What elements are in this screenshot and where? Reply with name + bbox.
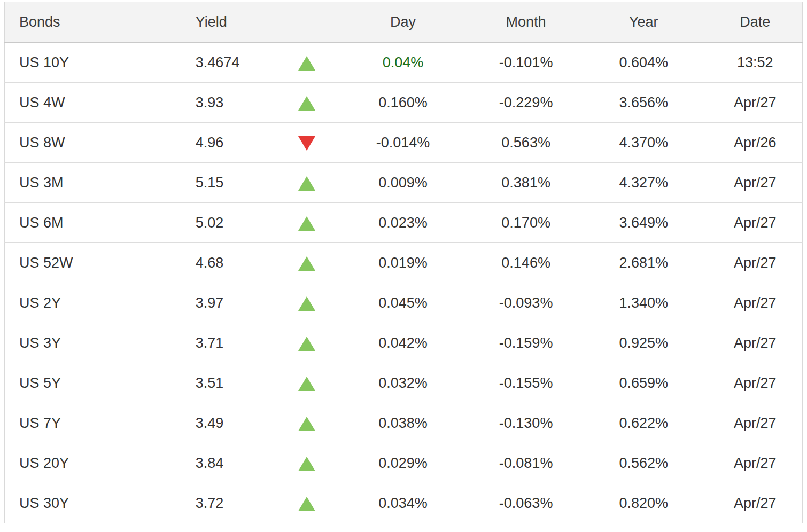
column-header-month: Month: [472, 2, 579, 43]
month-change-cell: 0.146%: [472, 243, 579, 283]
month-change-cell: -0.155%: [472, 363, 579, 403]
direction-cell: [280, 363, 333, 403]
year-change-cell: 3.656%: [579, 83, 708, 123]
table-row[interactable]: US 10Y 3.4674 0.04% -0.101% 0.604% 13:52: [5, 43, 803, 83]
yield-cell: 3.51: [181, 363, 280, 403]
direction-cell: [280, 83, 333, 123]
month-change-cell: 0.381%: [472, 163, 579, 203]
yield-cell: 5.15: [181, 163, 280, 203]
bond-name-cell: US 3Y: [5, 323, 181, 363]
up-triangle-icon: [298, 417, 315, 431]
table-row[interactable]: US 3Y 3.71 0.042% -0.159% 0.925% Apr/27: [5, 323, 803, 363]
month-change-cell: -0.101%: [472, 43, 579, 83]
month-change-cell: -0.063%: [472, 483, 579, 523]
up-triangle-icon: [298, 96, 315, 111]
day-change-cell: -0.014%: [333, 123, 472, 163]
year-change-cell: 4.370%: [579, 123, 708, 163]
bonds-table-container: Bonds Yield Day Month Year Date US 10Y 3…: [4, 2, 803, 523]
year-change-cell: 0.562%: [579, 443, 708, 483]
bond-name-cell: US 6M: [5, 203, 181, 243]
bond-name-cell: US 4W: [5, 83, 181, 123]
day-change-cell: 0.038%: [333, 403, 472, 443]
table-row[interactable]: US 6M 5.02 0.023% 0.170% 3.649% Apr/27: [5, 203, 803, 243]
table-row[interactable]: US 3M 5.15 0.009% 0.381% 4.327% Apr/27: [5, 163, 803, 203]
month-change-cell: -0.081%: [472, 443, 579, 483]
column-header-date: Date: [708, 2, 802, 43]
header-row: Bonds Yield Day Month Year Date: [5, 2, 803, 43]
yield-cell: 3.93: [181, 83, 280, 123]
column-header-year: Year: [579, 2, 708, 43]
yield-cell: 3.72: [181, 483, 280, 523]
yield-cell: 4.96: [181, 123, 280, 163]
direction-cell: [280, 163, 333, 203]
up-triangle-icon: [298, 176, 315, 191]
yield-cell: 5.02: [181, 203, 280, 243]
date-cell: Apr/27: [708, 203, 802, 243]
bond-name-cell: US 20Y: [5, 443, 181, 483]
date-cell: Apr/27: [708, 443, 802, 483]
day-change-cell: 0.019%: [333, 243, 472, 283]
year-change-cell: 3.649%: [579, 203, 708, 243]
direction-cell: [280, 443, 333, 483]
day-change-cell: 0.04%: [333, 43, 472, 83]
year-change-cell: 2.681%: [579, 243, 708, 283]
direction-cell: [280, 283, 333, 323]
date-cell: Apr/27: [708, 163, 802, 203]
down-triangle-icon: [298, 136, 315, 151]
yield-cell: 3.4674: [181, 43, 280, 83]
yield-cell: 4.68: [181, 243, 280, 283]
day-change-cell: 0.032%: [333, 363, 472, 403]
yield-cell: 3.97: [181, 283, 280, 323]
bond-name-cell: US 30Y: [5, 483, 181, 523]
bond-name-cell: US 52W: [5, 243, 181, 283]
month-change-cell: 0.170%: [472, 203, 579, 243]
table-row[interactable]: US 20Y 3.84 0.029% -0.081% 0.562% Apr/27: [5, 443, 803, 483]
table-header: Bonds Yield Day Month Year Date: [5, 2, 803, 43]
table-row[interactable]: US 4W 3.93 0.160% -0.229% 3.656% Apr/27: [5, 83, 803, 123]
direction-cell: [280, 243, 333, 283]
year-change-cell: 4.327%: [579, 163, 708, 203]
day-change-cell: 0.029%: [333, 443, 472, 483]
bond-name-cell: US 7Y: [5, 403, 181, 443]
date-cell: Apr/27: [708, 363, 802, 403]
column-header-bonds: Bonds: [5, 2, 181, 43]
table-row[interactable]: US 52W 4.68 0.019% 0.146% 2.681% Apr/27: [5, 243, 803, 283]
date-cell: Apr/27: [708, 243, 802, 283]
year-change-cell: 1.340%: [579, 283, 708, 323]
table-row[interactable]: US 5Y 3.51 0.032% -0.155% 0.659% Apr/27: [5, 363, 803, 403]
date-cell: Apr/27: [708, 323, 802, 363]
up-triangle-icon: [298, 256, 315, 271]
bond-name-cell: US 2Y: [5, 283, 181, 323]
date-cell: Apr/26: [708, 123, 802, 163]
direction-cell: [280, 483, 333, 523]
date-cell: 13:52: [708, 43, 802, 83]
day-change-cell: 0.042%: [333, 323, 472, 363]
up-triangle-icon: [298, 497, 315, 511]
up-triangle-icon: [298, 56, 315, 71]
up-triangle-icon: [298, 377, 315, 391]
table-row[interactable]: US 2Y 3.97 0.045% -0.093% 1.340% Apr/27: [5, 283, 803, 323]
bond-name-cell: US 5Y: [5, 363, 181, 403]
date-cell: Apr/27: [708, 403, 802, 443]
month-change-cell: -0.093%: [472, 283, 579, 323]
year-change-cell: 0.659%: [579, 363, 708, 403]
day-change-cell: 0.009%: [333, 163, 472, 203]
up-triangle-icon: [298, 296, 315, 311]
table-row[interactable]: US 30Y 3.72 0.034% -0.063% 0.820% Apr/27: [5, 483, 803, 523]
table-row[interactable]: US 8W 4.96 -0.014% 0.563% 4.370% Apr/26: [5, 123, 803, 163]
day-change-cell: 0.160%: [333, 83, 472, 123]
bond-name-cell: US 10Y: [5, 43, 181, 83]
direction-cell: [280, 323, 333, 363]
table-row[interactable]: US 7Y 3.49 0.038% -0.130% 0.622% Apr/27: [5, 403, 803, 443]
bonds-yield-table: Bonds Yield Day Month Year Date US 10Y 3…: [4, 2, 803, 523]
date-cell: Apr/27: [708, 83, 802, 123]
year-change-cell: 0.820%: [579, 483, 708, 523]
bond-name-cell: US 3M: [5, 163, 181, 203]
up-triangle-icon: [298, 457, 315, 471]
yield-cell: 3.71: [181, 323, 280, 363]
year-change-cell: 0.622%: [579, 403, 708, 443]
date-cell: Apr/27: [708, 483, 802, 523]
yield-cell: 3.84: [181, 443, 280, 483]
up-triangle-icon: [298, 337, 315, 351]
day-change-cell: 0.034%: [333, 483, 472, 523]
